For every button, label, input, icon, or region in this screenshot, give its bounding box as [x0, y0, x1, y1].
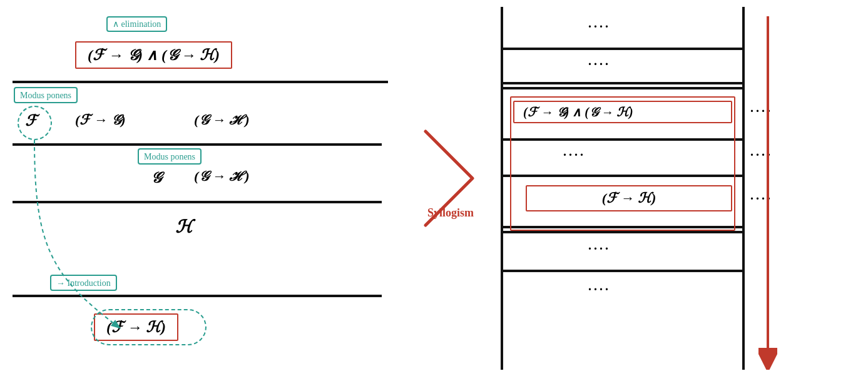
dots-5: ···· — [588, 282, 611, 297]
tableau-left-border — [501, 7, 503, 370]
syllogism-text: Syllogism — [427, 206, 474, 219]
tableau-line-1 — [503, 48, 745, 50]
modus-ponens-1-box: Modus ponens — [14, 87, 78, 103]
F-formula: ℱ — [25, 112, 37, 130]
hline-4 — [13, 295, 382, 297]
tableau-dline-2b — [503, 231, 745, 233]
tableau-conclusion-formula: (ℱ → ℋ) — [602, 190, 656, 206]
red-arrow-svg — [758, 13, 777, 370]
middle-section: Syllogism — [401, 7, 501, 370]
arrow-intro-box: → Introduction — [50, 275, 117, 291]
arrow-intro-container: → Introduction — [50, 275, 117, 291]
tableau-section: ···· ···· (ℱ → 𝒢) ∧ (𝒢 → ℋ) ···· ···· ··… — [501, 7, 782, 370]
dots-4: ···· — [588, 241, 611, 256]
main-container: ∧ elimination (ℱ → 𝒢) ∧ (𝒢 → ℋ) Modus po… — [0, 0, 868, 376]
modus-ponens-2-text: Modus ponens — [144, 152, 195, 161]
and-elim-label: ∧ elimination — [106, 16, 167, 32]
modus-ponens-1-text: Modus ponens — [20, 91, 71, 100]
tableau-top-formula-box: (ℱ → 𝒢) ∧ (𝒢 → ℋ) — [513, 101, 732, 123]
conclusion-dashed-circle — [91, 309, 207, 345]
tableau-right-border — [742, 7, 745, 370]
tableau-line-inner — [503, 138, 745, 141]
H-formula: ℋ — [175, 216, 193, 237]
tableau-dline-1b — [503, 87, 745, 89]
tableau-dline-1a — [503, 82, 745, 84]
tableau-line-4 — [503, 270, 745, 272]
dots-2: ···· — [588, 57, 611, 71]
tableau-top-formula: (ℱ → 𝒢) ∧ (𝒢 → ℋ) — [523, 105, 633, 119]
modus-ponens-1-container: Modus ponens — [14, 87, 78, 103]
top-formula-box: (ℱ → 𝒢) ∧ (𝒢 → ℋ) — [75, 41, 232, 69]
G-to-H-formula-1: (𝒢 → ℋ) — [194, 112, 250, 128]
and-elim-text: ∧ elimination — [113, 19, 161, 29]
dots-3: ···· — [563, 148, 586, 162]
modus-ponens-2-container: Modus ponens — [138, 148, 202, 165]
and-elim-box: ∧ elimination — [106, 16, 167, 32]
top-formula: (ℱ → 𝒢) ∧ (𝒢 → ℋ) — [88, 47, 220, 63]
dots-1: ···· — [588, 19, 611, 34]
arrow-intro-text: → Introduction — [56, 278, 111, 288]
G-to-H-formula-2: (𝒢 → ℋ) — [194, 168, 250, 185]
hline-2 — [13, 143, 382, 146]
G-formula: 𝒢 — [150, 170, 161, 186]
proof-tree: ∧ elimination (ℱ → 𝒢) ∧ (𝒢 → ℋ) Modus po… — [13, 7, 401, 370]
hline-3 — [13, 201, 382, 203]
modus-ponens-2-box: Modus ponens — [138, 148, 202, 165]
tableau-conclusion-box: (ℱ → ℋ) — [526, 185, 732, 211]
syllogism-label-container: Syllogism — [427, 206, 474, 220]
tableau-line-3 — [503, 175, 745, 177]
tableau-dline-2a — [503, 226, 745, 228]
F-to-G-formula: (ℱ → 𝒢) — [75, 112, 126, 128]
hline-1 — [13, 81, 388, 83]
